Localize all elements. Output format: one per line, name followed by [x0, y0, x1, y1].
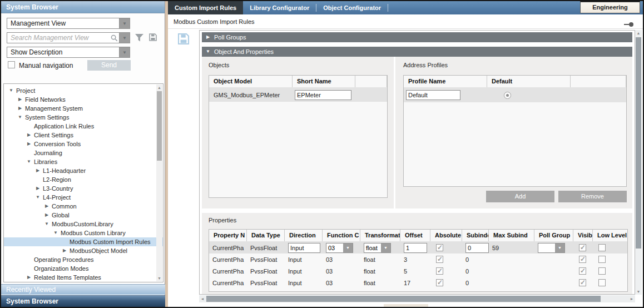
visible-checkbox[interactable] — [579, 267, 586, 275]
tab-library-configurator[interactable]: Library Configurator — [243, 1, 316, 14]
horizontal-scrollbar-thumb[interactable] — [206, 296, 601, 302]
low-level-checkbox[interactable] — [598, 256, 606, 263]
column-header-low-level-cor[interactable]: Low Level Cor — [593, 230, 628, 241]
scroll-up-icon[interactable]: ▲ — [156, 85, 162, 91]
tree-item-l3-country[interactable]: ▶L3-Country — [4, 184, 163, 193]
column-header-short-name[interactable]: Short Name — [293, 76, 355, 87]
tree-item-modbuscustomlibrary[interactable]: ▼ModbusCustomLibrary — [4, 220, 163, 228]
send-button[interactable]: Send — [87, 60, 131, 71]
collapse-arrow-icon[interactable]: ▼ — [7, 86, 15, 95]
scroll-up-icon[interactable]: ▲ — [635, 30, 642, 36]
expand-arrow-icon[interactable]: ▶ — [16, 104, 24, 113]
tree-item-l1-headquarter[interactable]: ▶L1-Headquarter — [4, 166, 163, 175]
address-profile-row[interactable] — [404, 88, 626, 102]
chevron-down-icon[interactable]: ▼ — [119, 18, 130, 28]
function-code-select[interactable]: 03▼ — [326, 243, 353, 253]
tab-object-configurator[interactable]: Object Configurator — [316, 1, 388, 14]
expand-arrow-icon[interactable]: ▶ — [25, 273, 33, 282]
column-header-object-model[interactable]: Object Model — [209, 76, 293, 87]
dropdown-arrow-icon[interactable]: ▼ — [555, 244, 564, 252]
tree-item-related-items-templates[interactable]: ▶Related Items Templates — [4, 273, 163, 282]
absolute-checkbox[interactable] — [436, 256, 443, 263]
vertical-scrollbar-thumb[interactable] — [636, 37, 641, 249]
tree-item-l2-region[interactable]: L2-Region — [4, 175, 163, 184]
recently-viewed-bar[interactable]: Recently Viewed — [1, 284, 165, 295]
collapse-arrow-icon[interactable]: ▼ — [34, 193, 42, 202]
engineering-mode-button[interactable]: Engineering — [580, 1, 640, 13]
tree-item-global[interactable]: ▶Global — [4, 211, 163, 220]
absolute-checkbox[interactable] — [436, 279, 443, 286]
column-header-function-c[interactable]: Function C — [323, 230, 360, 241]
expand-arrow-icon[interactable]: ▶ — [34, 166, 42, 175]
vertical-scrollbar[interactable]: ▲ ▼ — [635, 30, 642, 295]
short-name-input[interactable] — [295, 90, 351, 100]
description-mode-dropdown[interactable]: Show Description ▼ — [7, 47, 130, 58]
tree-item-modbus-custom-import-rules[interactable]: Modbus Custom Import Rules — [4, 237, 163, 246]
manual-navigation-checkbox[interactable] — [8, 61, 15, 68]
low-level-checkbox[interactable] — [598, 244, 606, 251]
tree-item-libraries[interactable]: ▼Libraries — [4, 157, 163, 166]
column-header-direction[interactable]: Direction — [285, 230, 323, 241]
objects-row[interactable]: GMS_Modbus_EPMeter — [209, 88, 387, 102]
properties-row[interactable]: CurrentPhaPvssFloatInput03float170 — [209, 277, 627, 289]
search-icon[interactable] — [109, 33, 119, 43]
column-header-property-n[interactable]: Property N — [209, 230, 247, 241]
tree-item-application-link-rules[interactable]: Application Link Rules — [4, 122, 163, 131]
tab-custom-import-rules[interactable]: Custom Import Rules — [168, 1, 243, 14]
properties-row[interactable]: CurrentPhaPvssFloat03▼float▼59▼ — [209, 242, 627, 254]
expand-arrow-icon[interactable]: ▶ — [16, 95, 24, 104]
transformation-select[interactable]: float▼ — [364, 243, 391, 253]
collapse-arrow-icon[interactable]: ▼ — [16, 113, 24, 122]
column-header-data-type[interactable]: Data Type — [247, 230, 285, 241]
expand-arrow-icon[interactable]: ▶ — [43, 211, 51, 220]
default-radio[interactable] — [504, 92, 511, 99]
scroll-right-icon[interactable]: ► — [628, 295, 635, 302]
low-level-checkbox[interactable] — [598, 279, 606, 286]
column-header-max-subind[interactable]: Max Subind — [489, 230, 534, 241]
scroll-down-icon[interactable]: ▼ — [156, 275, 162, 281]
poll-group-select[interactable]: ▼ — [538, 243, 565, 253]
tree-item-system-settings[interactable]: ▼System Settings — [4, 113, 163, 122]
scroll-left-icon[interactable]: ◄ — [199, 295, 206, 302]
profile-name-input[interactable] — [406, 90, 460, 100]
column-header-profile-name[interactable]: Profile Name — [404, 76, 487, 87]
tree-item-common[interactable]: ▶Common — [4, 202, 163, 211]
properties-row[interactable]: CurrentPhaPvssFloatInput03float50 — [209, 265, 627, 277]
add-button[interactable]: Add — [486, 191, 554, 202]
absolute-checkbox[interactable] — [436, 267, 443, 275]
offset-input[interactable] — [404, 243, 427, 253]
horizontal-scrollbar[interactable]: ◄ ► — [199, 295, 635, 302]
tree-scrollbar-thumb[interactable] — [157, 91, 162, 161]
tree-item-field-networks[interactable]: ▶Field Networks — [4, 95, 163, 104]
direction-input[interactable] — [288, 243, 320, 253]
tree-item-modbus-custom-library[interactable]: ▼Modbus Custom Library — [4, 228, 163, 237]
dropdown-arrow-icon[interactable]: ▼ — [343, 244, 353, 252]
tree-item-project[interactable]: ▼Project — [4, 86, 163, 95]
column-header-subinde[interactable]: Subinde — [462, 230, 489, 241]
remove-button[interactable]: Remove — [558, 191, 627, 202]
collapse-arrow-icon[interactable]: ▼ — [52, 228, 60, 237]
absolute-checkbox[interactable] — [436, 244, 443, 251]
pin-icon[interactable] — [624, 19, 634, 29]
tree-item-management-system[interactable]: ▶Management System — [4, 104, 163, 113]
search-input[interactable] — [7, 33, 109, 43]
save-search-icon[interactable] — [148, 33, 157, 42]
tree-item-modbusobject-model[interactable]: ▶ModbusObject Model — [4, 246, 163, 255]
tree-item-l4-project[interactable]: ▼L4-Project — [4, 193, 163, 202]
column-header-poll-group[interactable]: Poll Group — [534, 230, 573, 241]
column-header-visibi[interactable]: Visibi — [573, 230, 593, 241]
object-and-properties-section-header[interactable]: ▼ Object And Properties — [202, 47, 632, 57]
system-browser-bar[interactable]: System Browser — [1, 295, 165, 307]
expand-arrow-icon[interactable]: ▶ — [61, 246, 68, 255]
properties-row[interactable]: CurrentPhaPvssFloatInput03float30 — [209, 254, 627, 265]
collapse-arrow-icon[interactable]: ▼ — [202, 47, 214, 57]
tree-item-client-settings[interactable]: ▶Client Settings — [4, 131, 163, 140]
tree-item-journaling[interactable]: Journaling — [4, 148, 163, 157]
expand-arrow-icon[interactable]: ▶ — [43, 202, 51, 211]
collapse-arrow-icon[interactable]: ▼ — [43, 220, 51, 228]
view-selector-dropdown[interactable]: Management View ▼ — [7, 18, 130, 29]
column-header-default[interactable]: Default — [487, 76, 571, 87]
tree-item-conversion-tools[interactable]: ▶Conversion Tools — [4, 140, 163, 148]
column-header-offset[interactable]: Offset — [400, 230, 430, 241]
tree-item-operating-procedures[interactable]: Operating Procedures — [4, 255, 163, 264]
